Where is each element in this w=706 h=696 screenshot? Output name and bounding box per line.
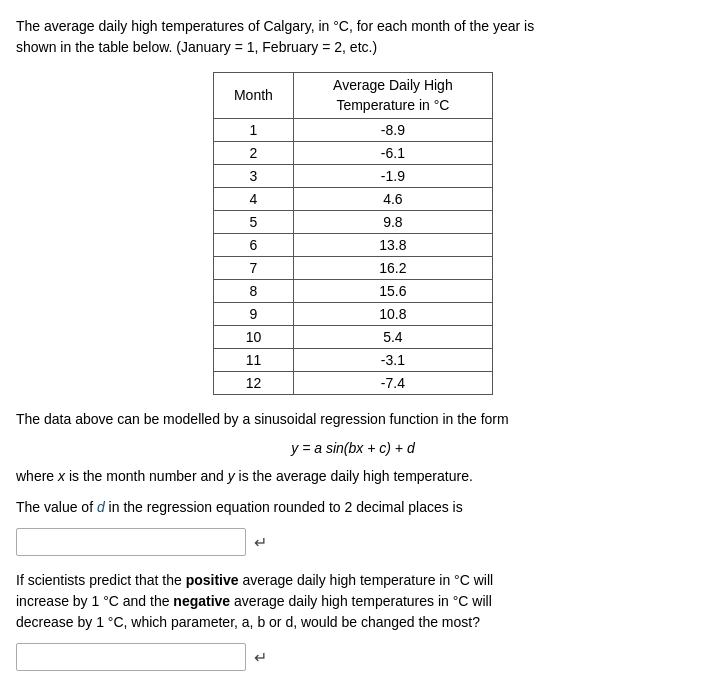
cell-month: 5 <box>214 211 294 234</box>
cell-temp: -7.4 <box>293 372 492 395</box>
table-row: 2-6.1 <box>214 142 493 165</box>
equation-display: y = a sin(bx + c) + d <box>16 440 690 456</box>
table-row: 12-7.4 <box>214 372 493 395</box>
cell-temp: 5.4 <box>293 326 492 349</box>
cell-temp: -8.9 <box>293 119 492 142</box>
table-row: 59.8 <box>214 211 493 234</box>
cell-month: 10 <box>214 326 294 349</box>
question2-content: If scientists predict that the positive … <box>16 572 493 630</box>
table-row: 3-1.9 <box>214 165 493 188</box>
answer2-row: ↵ <box>16 643 690 671</box>
data-table-container: Month Average Daily High Temperature in … <box>16 72 690 395</box>
intro-line2: shown in the table below. (January = 1, … <box>16 39 377 55</box>
where-description: where x is the month number and y is the… <box>16 466 690 487</box>
cell-temp: -6.1 <box>293 142 492 165</box>
cell-temp: 15.6 <box>293 280 492 303</box>
cell-temp: -3.1 <box>293 349 492 372</box>
model-description: The data above can be modelled by a sinu… <box>16 409 690 430</box>
intro-line1: The average daily high temperatures of C… <box>16 18 534 34</box>
model-line: The data above can be modelled by a sinu… <box>16 411 509 427</box>
cell-temp: 16.2 <box>293 257 492 280</box>
table-row: 1-8.9 <box>214 119 493 142</box>
submit1-icon[interactable]: ↵ <box>254 533 267 552</box>
cell-month: 4 <box>214 188 294 211</box>
question1-label: The value of d in the regression equatio… <box>16 499 463 515</box>
cell-month: 11 <box>214 349 294 372</box>
temperature-table: Month Average Daily High Temperature in … <box>213 72 493 395</box>
table-row: 910.8 <box>214 303 493 326</box>
table-row: 613.8 <box>214 234 493 257</box>
table-row: 11-3.1 <box>214 349 493 372</box>
answer1-row: ↵ <box>16 528 690 556</box>
answer1-input[interactable] <box>16 528 246 556</box>
answer2-input[interactable] <box>16 643 246 671</box>
question1-text: The value of d in the regression equatio… <box>16 497 690 518</box>
cell-month: 3 <box>214 165 294 188</box>
table-row: 44.6 <box>214 188 493 211</box>
cell-month: 9 <box>214 303 294 326</box>
equation-text: y = a sin(bx + c) + d <box>291 440 414 456</box>
cell-month: 8 <box>214 280 294 303</box>
cell-month: 7 <box>214 257 294 280</box>
where-text: where x is the month number and y is the… <box>16 468 473 484</box>
table-row: 105.4 <box>214 326 493 349</box>
cell-month: 12 <box>214 372 294 395</box>
cell-temp: 9.8 <box>293 211 492 234</box>
table-row: 815.6 <box>214 280 493 303</box>
cell-month: 2 <box>214 142 294 165</box>
table-row: 716.2 <box>214 257 493 280</box>
cell-month: 6 <box>214 234 294 257</box>
submit2-icon[interactable]: ↵ <box>254 648 267 667</box>
cell-month: 1 <box>214 119 294 142</box>
cell-temp: 13.8 <box>293 234 492 257</box>
column-header-month: Month <box>214 73 294 119</box>
intro-paragraph: The average daily high temperatures of C… <box>16 16 690 58</box>
cell-temp: 4.6 <box>293 188 492 211</box>
question2-text: If scientists predict that the positive … <box>16 570 690 633</box>
cell-temp: 10.8 <box>293 303 492 326</box>
cell-temp: -1.9 <box>293 165 492 188</box>
column-header-temp: Average Daily High Temperature in °C <box>293 73 492 119</box>
